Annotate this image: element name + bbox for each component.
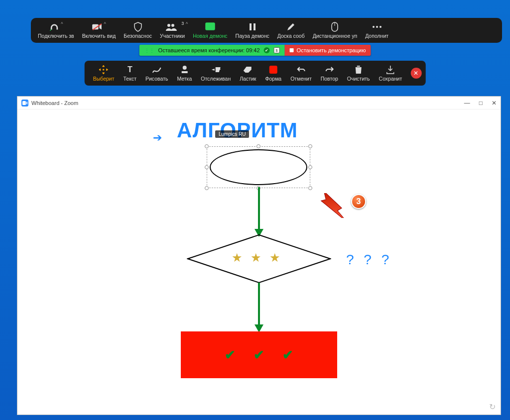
pricing-icon[interactable]: $ <box>274 47 280 53</box>
annotation-toolbar: Выберит T Текст Рисовать Метка Отслежива… <box>85 61 426 86</box>
undo-button[interactable]: Отменит <box>286 61 316 86</box>
text-icon: T <box>128 65 132 75</box>
whiteboard-button[interactable]: Доска сооб <box>273 18 309 43</box>
draw-tool[interactable]: Рисовать <box>141 61 172 86</box>
resize-handle[interactable] <box>308 144 312 148</box>
window-title: Whiteboard - Zoom <box>31 100 78 106</box>
more-button[interactable]: Дополнит <box>361 18 392 43</box>
undo-label: Отменит <box>290 76 312 82</box>
selected-ellipse-shape[interactable] <box>207 146 310 188</box>
time-remaining-panel: ⋮⋮ Оставшееся время конференции: 09:42 ✔… <box>139 45 285 56</box>
eraser-tool[interactable]: Ластик <box>235 61 260 86</box>
shape-color-icon <box>269 65 277 75</box>
headphones-icon: ^ <box>49 22 63 32</box>
close-annotation-button[interactable]: ✕ <box>410 68 421 79</box>
window-titlebar[interactable]: Whiteboard - Zoom — □ ✕ <box>17 97 501 109</box>
flow-arrow-down[interactable] <box>253 283 265 332</box>
select-tool[interactable]: Выберит <box>89 61 119 86</box>
new-share-button[interactable]: Новая демонс <box>189 18 231 43</box>
close-icon: ✕ <box>413 70 418 77</box>
minimize-button[interactable]: — <box>464 100 470 106</box>
ellipse-shape[interactable] <box>210 149 307 185</box>
verified-icon: ✔ <box>264 47 270 53</box>
svg-point-3 <box>171 24 174 27</box>
flow-arrow-down[interactable] <box>253 187 265 237</box>
resize-handle[interactable] <box>205 186 209 190</box>
remote-label: Дистанционное уп <box>313 33 357 39</box>
clear-label: Очистить <box>347 76 370 82</box>
redo-button[interactable]: Повтор <box>316 61 343 86</box>
pause-share-button[interactable]: Пауза демонс <box>232 18 273 43</box>
star-icon: ★ <box>251 251 261 265</box>
resize-handle[interactable] <box>308 186 312 190</box>
redo-icon <box>325 65 334 75</box>
video-off-icon: ^ <box>92 22 106 32</box>
arrow-right-icon: ➔ <box>153 131 162 144</box>
svg-point-15 <box>219 69 220 70</box>
spotlight-label: Отслеживан <box>201 76 231 82</box>
svg-point-12 <box>182 66 186 70</box>
svg-point-2 <box>167 24 170 27</box>
format-label: Форма <box>265 76 281 82</box>
security-button[interactable]: Безопаснос <box>120 18 156 43</box>
star-stamps[interactable]: ★ ★ ★ <box>232 251 280 265</box>
chevron-up-icon[interactable]: ^ <box>61 21 63 26</box>
more-label: Дополнит <box>365 33 388 39</box>
chevron-up-icon[interactable]: ^ <box>186 21 188 26</box>
whiteboard-canvas[interactable]: ➔ АЛГОРИТМ Lumpics RU ★ ★ ★ <box>17 109 501 415</box>
participants-label: Участники <box>160 33 185 39</box>
stamp-tool[interactable]: Метка <box>172 61 196 86</box>
grip-icon[interactable]: ⋮⋮ <box>144 48 154 53</box>
spotlight-icon <box>211 65 221 75</box>
share-screen-icon <box>205 22 215 32</box>
rectangle-shape[interactable]: ✔ ✔ ✔ <box>181 331 337 378</box>
stop-icon <box>290 48 294 52</box>
start-video-button[interactable]: ^ Включить вид <box>78 18 120 43</box>
resize-handle[interactable] <box>256 144 260 148</box>
draw-icon <box>152 65 161 75</box>
audio-label: Подключить зв <box>38 33 74 39</box>
save-button[interactable]: Сохранит <box>375 61 407 86</box>
format-tool[interactable]: Форма <box>260 61 286 86</box>
join-audio-button[interactable]: ^ Подключить зв <box>34 18 78 43</box>
maximize-button[interactable]: □ <box>479 100 483 106</box>
whiteboard-label: Доска сооб <box>277 33 305 39</box>
participants-button[interactable]: 3 ^ Участники <box>156 18 189 43</box>
spotlight-tool[interactable]: Отслеживан <box>196 61 235 86</box>
security-label: Безопаснос <box>124 33 152 39</box>
chevron-up-icon[interactable]: ^ <box>104 21 106 26</box>
pause-icon <box>249 22 256 32</box>
question-marks-text[interactable]: ? ? ? <box>346 252 392 268</box>
watermark-label: Lumpics RU <box>215 130 249 138</box>
redo-label: Повтор <box>321 76 338 82</box>
check-icon: ✔ <box>225 347 236 363</box>
svg-point-11 <box>380 26 382 28</box>
stop-share-button[interactable]: Остановить демонстрацию <box>285 45 371 56</box>
svg-rect-6 <box>254 23 255 30</box>
move-icon <box>99 65 108 75</box>
text-tool[interactable]: T Текст <box>119 61 141 86</box>
zoom-meeting-toolbar: ^ Подключить зв ^ Включить вид Безопасно… <box>31 18 502 43</box>
resize-handle[interactable] <box>205 165 209 169</box>
select-label: Выберит <box>93 76 115 82</box>
resize-handle[interactable] <box>308 165 312 169</box>
svg-point-9 <box>373 26 375 28</box>
stamp-label: Метка <box>177 76 192 82</box>
check-icon: ✔ <box>282 347 293 363</box>
clear-button[interactable]: Очистить <box>343 61 375 86</box>
window-controls: — □ ✕ <box>464 100 497 106</box>
step-badge: 3 <box>351 194 366 209</box>
resize-handle[interactable] <box>205 144 209 148</box>
stop-share-label: Остановить демонстрацию <box>297 47 366 53</box>
save-icon <box>386 65 394 75</box>
draw-label: Рисовать <box>145 76 168 82</box>
trash-icon <box>355 65 362 75</box>
save-label: Сохранит <box>379 76 402 82</box>
canvas-redo-icon[interactable]: ↻ <box>489 402 496 412</box>
remote-control-button[interactable]: Дистанционное уп <box>309 18 361 43</box>
participant-count: 3 <box>181 21 184 26</box>
close-window-button[interactable]: ✕ <box>492 100 497 106</box>
whiteboard-window: Whiteboard - Zoom — □ ✕ ➔ АЛГОРИТМ Lumpi… <box>17 96 501 415</box>
svg-rect-13 <box>181 71 187 73</box>
undo-icon <box>296 65 305 75</box>
